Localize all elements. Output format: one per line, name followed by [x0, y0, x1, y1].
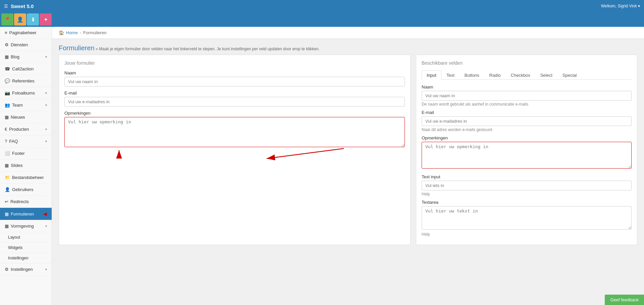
sidebar-item-producten[interactable]: €Producten ▾ [0, 123, 52, 135]
sidebar-item-call2action[interactable]: ☎Call2action [0, 63, 52, 75]
hamburger-icon: ☰ [4, 4, 8, 9]
naam-input[interactable] [64, 77, 405, 86]
right-textarea[interactable] [422, 206, 632, 230]
tab-input[interactable]: Input [422, 70, 441, 80]
tab-select[interactable]: Select [535, 70, 557, 80]
tab-buttons[interactable]: Buttons [460, 70, 484, 80]
sidebar-item-diensten[interactable]: ⚙Diensten [0, 39, 52, 51]
breadcrumb-current: Formulieren [83, 30, 106, 35]
right-email-input[interactable] [422, 116, 632, 126]
sidebar-item-fotoalbums[interactable]: 📷Fotoalbums ▾ [0, 87, 52, 99]
two-col-layout: Jouw formulier Naam E-mail Opmerkingen B… [52, 55, 644, 252]
right-naam-label: Naam [422, 84, 632, 89]
referenties-icon: 💬 [5, 78, 10, 83]
team-chevron: ▾ [45, 103, 47, 107]
feedback-button[interactable]: Geef feedback [605, 295, 644, 305]
user-greeting: Welkom, Sigrid Vink ▾ [601, 4, 640, 8]
page-title: Formulieren [59, 44, 95, 52]
sidebar-item-faq[interactable]: ?FAQ ▾ [0, 135, 52, 147]
toolbar-btn-map[interactable]: 📍 [1, 13, 13, 25]
sidebar-item-blog[interactable]: ▦Blog ▾ [0, 51, 52, 63]
tab-radio[interactable]: Radio [484, 70, 506, 80]
page-subtitle: » Maak je eigen formulier door velden na… [96, 47, 319, 51]
right-email-label: E-mail [422, 110, 632, 115]
nieuws-icon: ▦ [5, 115, 9, 120]
vormgeving-chevron: ▾ [45, 224, 47, 228]
beschikbare-velden-panel: Beschikbare velden Input Text Buttons Ra… [416, 55, 637, 245]
faq-icon: ? [5, 139, 7, 144]
toolbar-btn-user[interactable]: 👤 [14, 13, 26, 25]
instellingen-icon: ⚙ [5, 267, 9, 272]
sidebar-sub-layout[interactable]: Layout [0, 232, 52, 243]
sidebar-item-bestandsbeheer[interactable]: 📁Bestandsbeheer [0, 172, 52, 184]
paginabeheer-icon: ≡ [5, 30, 7, 35]
right-opmerkingen-textarea[interactable] [422, 142, 632, 169]
email-input[interactable] [64, 97, 405, 107]
diensten-icon: ⚙ [5, 42, 9, 47]
top-bar: ☰ Sweet 5.0 Welkom, Sigrid Vink ▾ [0, 0, 644, 12]
toolbar-btn-download[interactable]: ⬇ [27, 13, 39, 25]
content-area: 🏠 Home › Formulieren Formulieren » Maak … [52, 27, 644, 305]
blog-icon: ▦ [5, 54, 9, 59]
opmerkingen-textarea[interactable] [64, 117, 405, 147]
sidebar-item-referenties[interactable]: 💬Referenties [0, 75, 52, 87]
faq-chevron: ▾ [45, 139, 47, 143]
sidebar-item-redirects[interactable]: ↩Redirects [0, 196, 52, 208]
right-text-input-label: Text input [422, 174, 632, 179]
right-textarea-label: Textarea [422, 200, 632, 205]
call2action-icon: ☎ [5, 66, 10, 71]
sidebar-item-instellingen[interactable]: ⚙Instellingen ▾ [0, 263, 52, 276]
sidebar-item-paginabeheer[interactable]: ≡Paginabeheer [0, 27, 52, 39]
breadcrumb-home[interactable]: Home [66, 30, 78, 35]
fotoalbums-chevron: ▾ [45, 91, 47, 95]
right-text-input-help: Help [422, 192, 632, 196]
naam-label: Naam [64, 70, 405, 75]
top-bar-left: ☰ Sweet 5.0 [4, 3, 34, 9]
formulieren-icon: ▦ [5, 211, 9, 217]
right-naam-help: De naam wordt gebruikt als aanhef in com… [422, 102, 632, 107]
sidebar-item-vormgeving[interactable]: ▦Vormgeving ▾ [0, 220, 52, 232]
icon-toolbar: 📍 👤 ⬇ ✦ [0, 12, 644, 27]
toolbar-btn-share[interactable]: ✦ [40, 13, 52, 25]
right-email-help: Naar dit adres worden e-mails gestuurd [422, 127, 632, 132]
bestandsbeheer-icon: 📁 [5, 175, 10, 180]
right-textarea-help: Help [422, 232, 632, 237]
sidebar: ≡Paginabeheer ⚙Diensten ▦Blog ▾ ☎Call2ac… [0, 27, 52, 305]
sidebar-item-formulieren[interactable]: ▦Formulieren [0, 208, 52, 220]
sidebar-sub-widgets[interactable]: Widgets [0, 243, 52, 253]
main-layout: ≡Paginabeheer ⚙Diensten ▦Blog ▾ ☎Call2ac… [0, 27, 644, 305]
slides-icon: ▦ [5, 163, 9, 168]
jouw-formulier-panel: Jouw formulier Naam E-mail Opmerkingen [59, 55, 411, 245]
sidebar-item-slides[interactable]: ▦Slides [0, 160, 52, 172]
right-opmerkingen-label: Opmerkingen [422, 135, 632, 140]
blog-chevron: ▾ [45, 55, 47, 59]
producten-chevron: ▾ [45, 127, 47, 131]
fotoalbums-icon: 📷 [5, 90, 10, 96]
sidebar-item-nieuws[interactable]: ▦Nieuws [0, 111, 52, 123]
jouw-formulier-title: Jouw formulier [64, 60, 405, 66]
right-text-input[interactable] [422, 181, 632, 190]
gebruikers-icon: 👤 [5, 187, 10, 192]
team-icon: 👥 [5, 103, 10, 108]
tab-text[interactable]: Text [441, 70, 460, 80]
beschikbare-velden-title: Beschikbare velden [422, 60, 632, 66]
page-header: Formulieren » Maak je eigen formulier do… [52, 39, 644, 55]
redirects-icon: ↩ [5, 199, 8, 204]
breadcrumb-sep: › [80, 30, 81, 35]
sidebar-item-gebruikers[interactable]: 👤Gebruikers [0, 184, 52, 196]
producten-icon: € [5, 127, 7, 132]
field-tabs: Input Text Buttons Radio Checkbox Select… [422, 70, 632, 80]
sidebar-item-footer[interactable]: ⬜Footer [0, 147, 52, 160]
breadcrumb: 🏠 Home › Formulieren [52, 27, 644, 39]
email-label: E-mail [64, 90, 405, 96]
sidebar-item-team[interactable]: 👥Team ▾ [0, 99, 52, 111]
vormgeving-icon: ▦ [5, 224, 9, 229]
sidebar-sub-instellingen[interactable]: Instellingen [0, 253, 52, 263]
instellingen-chevron: ▾ [45, 267, 47, 271]
home-icon: 🏠 [59, 30, 64, 35]
tab-checkbox[interactable]: Checkbox [506, 70, 535, 80]
right-naam-input[interactable] [422, 91, 632, 101]
opmerkingen-label: Opmerkingen [64, 111, 405, 116]
tab-special[interactable]: Special [557, 70, 582, 80]
app-title: Sweet 5.0 [11, 3, 34, 9]
